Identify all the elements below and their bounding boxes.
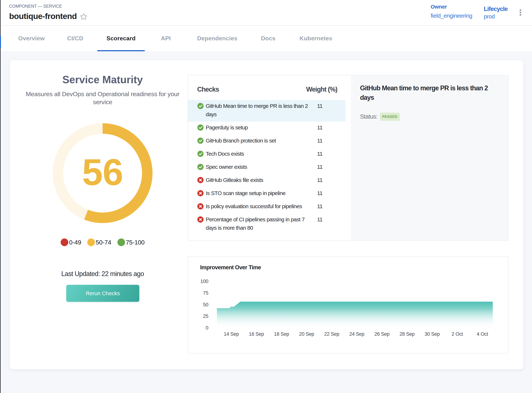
legend-item-yellow: 50-74 [87, 238, 111, 246]
check-failed-icon [197, 216, 204, 223]
page-title: boutique-frontend [9, 12, 77, 21]
check-weight: 11 [317, 176, 322, 184]
x-axis-tick-label: 26 Sep [374, 331, 390, 337]
check-row[interactable]: GitHub Branch protection is set11 [188, 135, 345, 148]
scorecard-subtitle: Measures all DevOps and Operational read… [22, 90, 183, 106]
window-edge-line [0, 0, 0, 393]
status-badge: PASSED [380, 113, 400, 121]
tabs-bar: Overview CI/CD Scorecard API Dependencie… [0, 25, 532, 51]
last-updated-text: Last Updated: 22 minutes ago [17, 270, 188, 278]
check-row[interactable]: Percentage of CI pipelines passing in pa… [188, 213, 345, 235]
check-label: Pagerduty is setup [206, 123, 313, 132]
check-passed-icon [197, 164, 204, 170]
page-header: COMPONENT — SERVICE boutique-frontend Ow… [0, 0, 532, 25]
scorecard-card: Service Maturity Measures all DevOps and… [10, 60, 523, 369]
check-passed-icon [197, 103, 204, 109]
score-legend: 0-49 50-74 75-100 [17, 238, 188, 246]
check-status-row: Status: PASSED [360, 112, 400, 121]
check-label: GitHub Mean time to merge PR is less tha… [206, 102, 313, 119]
check-row[interactable]: Spec owner exists11 [188, 161, 345, 174]
x-axis-tick-label: 30 Sep [425, 331, 440, 337]
check-failed-icon [197, 203, 204, 209]
check-weight: 11 [317, 189, 322, 197]
legend-dot-yellow [87, 238, 95, 246]
owner-value[interactable]: field_engineering [431, 13, 472, 19]
check-row[interactable]: GitHub Gitleaks file exists11 [188, 174, 345, 187]
rerun-checks-button[interactable]: Rerun Checks [66, 285, 139, 302]
check-label: Tech Docs exists [206, 150, 313, 158]
check-row[interactable]: GitHub Mean time to merge PR is less tha… [188, 100, 345, 122]
favorite-star-icon[interactable] [80, 13, 88, 21]
legend-item-green: 75-100 [117, 238, 144, 246]
lifecycle-meta: Lifecycle prod [484, 5, 507, 20]
tabs-list: Overview CI/CD Scorecard API Dependencie… [9, 25, 532, 51]
tab-api[interactable]: API [152, 25, 180, 51]
legend-item-red: 0-49 [61, 238, 81, 246]
owner-label: Owner [431, 4, 472, 10]
check-failed-icon [197, 190, 204, 196]
y-axis-tick-label: 0 [206, 325, 208, 331]
tab-overview[interactable]: Overview [9, 25, 54, 51]
check-failed-icon [197, 177, 204, 183]
check-weight: 11 [317, 102, 322, 110]
maturity-score: 56 [53, 122, 153, 222]
tab-kubernetes[interactable]: Kubernetes [290, 25, 341, 51]
tab-docs[interactable]: Docs [252, 25, 284, 51]
x-axis-tick-label: 14 Sep [224, 331, 239, 337]
check-weight: 11 [317, 202, 322, 211]
x-axis-tick-label: 20 Sep [299, 331, 314, 337]
check-detail-title: GitHub Mean time to merge PR is less tha… [360, 83, 490, 102]
x-axis-tick-label: 16 Sep [249, 331, 264, 337]
checks-list: GitHub Mean time to merge PR is less tha… [188, 100, 345, 235]
check-weight: 11 [317, 163, 322, 171]
check-weight: 11 [317, 215, 322, 224]
check-label: Spec owner exists [206, 163, 313, 171]
legend-dot-red [61, 238, 68, 246]
lifecycle-label: Lifecycle [484, 5, 507, 12]
check-passed-icon [197, 151, 204, 157]
y-axis-tick-label: 50 [203, 302, 208, 307]
tab-cicd[interactable]: CI/CD [58, 25, 93, 51]
x-axis-tick-label: 2 Oct [452, 331, 463, 337]
check-label: GitHub Branch protection is set [206, 137, 313, 145]
improvement-panel: Improvement Over Time 100755025014 Sep16… [188, 256, 508, 354]
check-label: GitHub Gitleaks file exists [206, 176, 313, 184]
weight-column-header: Weight (%) [306, 86, 337, 93]
lifecycle-value[interactable]: prod [484, 13, 507, 20]
check-row[interactable]: Is STO scan stage setup in pipeline11 [188, 187, 345, 200]
improvement-area-series [217, 302, 493, 328]
more-menu-icon[interactable] [520, 9, 522, 16]
check-weight: 11 [317, 137, 322, 145]
improvement-area-chart: 100755025014 Sep16 Sep18 Sep20 Sep22 Sep… [188, 257, 509, 354]
legend-dot-green [117, 238, 125, 246]
owner-meta: Owner field_engineering [431, 4, 472, 19]
y-axis-tick-label: 25 [203, 314, 208, 319]
x-axis-tick-label: 18 Sep [274, 331, 289, 337]
y-axis-tick-label: 75 [203, 290, 208, 296]
check-passed-icon [197, 138, 204, 144]
x-axis-tick-label: 28 Sep [399, 331, 415, 337]
checks-panel: Checks Weight (%) GitHub Mean time to me… [188, 75, 508, 241]
breadcrumb-kind: COMPONENT — SERVICE [9, 4, 62, 9]
scorecard-title: Service Maturity [17, 74, 188, 85]
check-label: Is policy evaluation successful for pipe… [206, 202, 313, 211]
check-row[interactable]: Tech Docs exists11 [188, 148, 345, 161]
check-weight: 11 [317, 123, 322, 132]
y-axis-tick-label: 100 [200, 279, 208, 284]
check-label: Is STO scan stage setup in pipeline [206, 189, 313, 197]
window-edge-accent [0, 36, 1, 48]
x-axis-tick-label: 4 Oct [477, 331, 488, 337]
x-axis-tick-label: 22 Sep [324, 331, 339, 337]
status-label: Status: [360, 113, 378, 120]
check-row[interactable]: Is policy evaluation successful for pipe… [188, 200, 345, 213]
check-weight: 11 [317, 150, 322, 158]
tab-scorecard[interactable]: Scorecard [97, 25, 144, 51]
x-axis-tick-label: 24 Sep [349, 331, 364, 337]
checks-column-header: Checks [197, 86, 219, 93]
check-label: Percentage of CI pipelines passing in pa… [206, 215, 313, 232]
check-row[interactable]: Pagerduty is setup11 [188, 122, 345, 135]
check-passed-icon [197, 124, 204, 131]
tab-dependencies[interactable]: Dependencies [188, 25, 247, 51]
